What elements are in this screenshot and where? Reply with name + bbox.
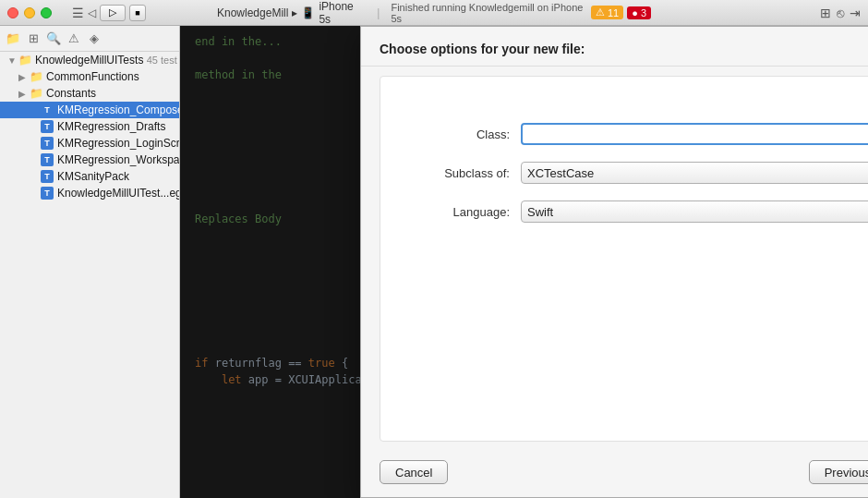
arrow-icon: ▶ [18, 89, 30, 99]
folder-icon: 📁 [30, 70, 42, 83]
sidebar: 📁 ⊞ 🔍 ⚠ ◈ ▼ 📁 KnowledgeMillUITests 45 te… [0, 26, 180, 498]
modal-footer: Cancel Previous Next [361, 451, 868, 497]
run-button[interactable]: ▷ [100, 5, 126, 21]
sidebar-toolbar: 📁 ⊞ 🔍 ⚠ ◈ [0, 26, 179, 52]
editor-area: end in the... method in the Replaces Bod… [180, 26, 868, 498]
sidebar-item-root[interactable]: ▼ 📁 KnowledgeMillUITests 45 test [0, 52, 179, 68]
file-icon: T [41, 137, 54, 150]
sidebar-item-kmsanitypack[interactable]: T KMSanityPack [0, 168, 179, 185]
sidebar-item-label: KMRegression_LoginScree [57, 137, 180, 150]
file-icon: T [41, 187, 54, 200]
arrow-icon: ▶ [18, 72, 30, 82]
warning-icon: ⚠ [596, 6, 605, 18]
minimize-button[interactable] [24, 7, 35, 18]
subclass-select[interactable]: XCTestCase NSObject UIViewController [521, 162, 868, 184]
modal-dialog: Choose options for your new file: Class:… [360, 26, 868, 498]
error-badge[interactable]: ● 3 [627, 6, 651, 19]
root-folder-icon: 📁 [18, 54, 31, 67]
language-field-row: Language: Swift Objective-C ▾ [408, 200, 868, 223]
sidebar-item-kmregression-workspace[interactable]: T KMRegression_Workspace [0, 152, 179, 168]
language-label: Language: [408, 205, 510, 219]
class-input[interactable] [521, 123, 868, 145]
sidebar-item-label: CommonFunctions [46, 70, 139, 83]
folder-icon: 📁 [30, 87, 42, 100]
class-field-row: Class: [408, 123, 868, 145]
class-label: Class: [408, 128, 510, 141]
sidebar-item-label: Constants [46, 87, 96, 100]
expand-icon[interactable]: ⇥ [850, 6, 861, 20]
modal-content-area: Class: Subclass of: XCTestCase NSObject … [380, 76, 868, 442]
sidebar-item-label: KMRegression_Drafts [57, 120, 165, 133]
error-icon: ● [632, 7, 638, 18]
modal-form: Class: Subclass of: XCTestCase NSObject … [380, 77, 868, 250]
sidebar-toggle-icon[interactable]: ☰ [72, 6, 84, 20]
sidebar-item-label: KMRegression_Workspace [57, 153, 180, 166]
subclass-label: Subclass of: [408, 166, 510, 180]
file-icon: T [41, 120, 54, 133]
sidebar-item-label: KMSanityPack [57, 170, 129, 183]
language-select-wrapper: Swift Objective-C ▾ [521, 200, 868, 223]
warning-count: 11 [608, 7, 619, 18]
modal-title: Choose options for your new file: [361, 27, 868, 67]
file-icon: T [41, 103, 54, 116]
titlebar-info: KnowledgeMill ▸ 📱 iPhone 5s | Finished r… [217, 0, 651, 26]
maximize-button[interactable] [41, 7, 52, 18]
nav-button-group: Previous Next [809, 460, 868, 484]
device-icon: 📱 [301, 6, 315, 19]
sidebar-root-label: KnowledgeMillUITests 45 test [35, 54, 177, 67]
file-icon: T [41, 153, 54, 166]
titlebar: ☰ ◁ ▷ ■ KnowledgeMill ▸ 📱 iPhone 5s | Fi… [0, 0, 868, 26]
error-count: 3 [641, 7, 646, 18]
separator: | [377, 6, 380, 19]
sidebar-item-commonfunctions[interactable]: ▶ 📁 CommonFunctions [0, 68, 179, 85]
modal-overlay: Choose options for your new file: Class:… [180, 26, 868, 498]
arrow-icon: ▼ [7, 55, 18, 66]
subclass-select-wrapper: XCTestCase NSObject UIViewController ▾ [521, 162, 868, 184]
sidebar-item-constants[interactable]: ▶ 📁 Constants [0, 85, 179, 102]
cancel-button[interactable]: Cancel [380, 460, 448, 484]
warning-badge[interactable]: ⚠ 11 [591, 6, 623, 19]
sidebar-item-kmregression-compose[interactable]: T KMRegression_ComposeEm [0, 102, 179, 118]
warning-filter-icon[interactable]: ⚠ [66, 31, 81, 46]
stop-button[interactable]: ■ [129, 5, 146, 21]
nav-back-icon[interactable]: ◁ [88, 6, 96, 19]
status-message: Finished running Knowledgemill on iPhone… [391, 2, 587, 24]
sidebar-item-label: KMRegression_ComposeEm [57, 103, 180, 116]
file-icon[interactable]: ⊞ [26, 31, 41, 46]
previous-button[interactable]: Previous [809, 460, 868, 484]
file-icon: T [41, 170, 54, 183]
search-icon[interactable]: 🔍 [46, 31, 61, 46]
sidebar-item-knowledgemill-egre[interactable]: T KnowledgeMillUITest...egre [0, 185, 179, 201]
close-button[interactable] [7, 7, 18, 18]
main-layout: 📁 ⊞ 🔍 ⚠ ◈ ▼ 📁 KnowledgeMillUITests 45 te… [0, 26, 868, 498]
device-name: iPhone 5s [319, 0, 366, 26]
titlebar-right-controls: ⊞ ⎋ ⇥ [820, 6, 861, 20]
share-icon[interactable]: ⎋ [837, 6, 844, 20]
bookmark-icon[interactable]: ◈ [87, 31, 102, 46]
sidebar-item-kmregression-login[interactable]: T KMRegression_LoginScree [0, 135, 179, 152]
folder-icon[interactable]: 📁 [6, 31, 20, 46]
subclass-field-row: Subclass of: XCTestCase NSObject UIViewC… [408, 162, 868, 184]
sidebar-item-label: KnowledgeMillUITest...egre [57, 187, 180, 200]
language-select[interactable]: Swift Objective-C [521, 200, 868, 223]
inspector-toggle-icon[interactable]: ⊞ [820, 6, 831, 20]
sidebar-item-kmregression-drafts[interactable]: T KMRegression_Drafts [0, 118, 179, 135]
project-name: KnowledgeMill [217, 6, 288, 19]
